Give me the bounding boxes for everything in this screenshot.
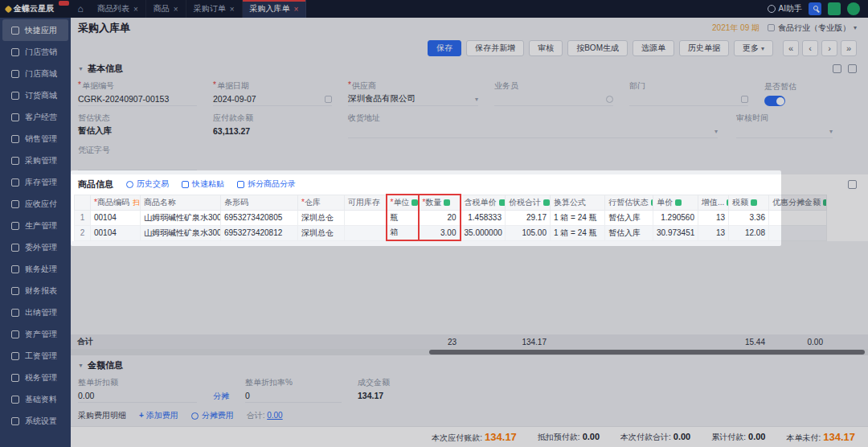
sidebar-item-库存管理[interactable]: 库存管理 — [2, 171, 68, 193]
column-header-含税单价[interactable]: 含税单价 — [461, 195, 506, 210]
column-header-税额[interactable]: 税额 — [729, 195, 769, 210]
tab-采购入库单[interactable]: 采购入库单× — [243, 0, 307, 18]
user-avatar[interactable] — [847, 2, 860, 15]
sidebar-item-账务处理[interactable]: 账务处理 — [2, 258, 68, 280]
close-icon[interactable]: × — [174, 5, 178, 14]
column-header-仓库[interactable]: *仓库 — [298, 195, 345, 210]
cell-含税单价[interactable]: 1.458333 — [461, 210, 506, 225]
generate-by-bom-button[interactable]: 按BOM生成 — [567, 40, 628, 56]
next-record-button[interactable]: › — [821, 40, 837, 56]
column-header-行暂估状态[interactable]: 行暂估状态 — [605, 195, 653, 210]
attachment-icon[interactable] — [833, 64, 841, 73]
salesman-input[interactable] — [494, 92, 613, 106]
scrollbar-thumb[interactable] — [429, 350, 865, 355]
close-icon[interactable]: × — [133, 5, 138, 14]
expand-icon[interactable] — [848, 180, 857, 189]
history-trade-link[interactable]: 历史交易 — [126, 178, 169, 190]
cell-单位[interactable]: 瓶 — [387, 210, 419, 225]
cell-条形码[interactable]: 6953273420805 — [221, 210, 298, 225]
prev-record-button[interactable]: ‹ — [802, 40, 818, 56]
sidebar-item-基础资料[interactable]: 基础资料 — [2, 388, 68, 410]
sidebar-item-出纳管理[interactable]: 出纳管理 — [2, 301, 68, 323]
column-config-icon[interactable] — [499, 199, 506, 206]
tab-采购订单[interactable]: 采购订单× — [186, 0, 243, 18]
cell-可用库存[interactable] — [345, 210, 387, 225]
history-bills-button[interactable]: 历史单据 — [679, 40, 729, 56]
cell-换算公式[interactable]: 1 箱 = 24 瓶 — [551, 225, 605, 240]
column-config-icon[interactable] — [411, 199, 418, 206]
discount-amount-input[interactable]: 0.00 — [78, 389, 197, 403]
column-header-换算公式[interactable]: 换算公式 — [551, 195, 605, 210]
cell-价税合计[interactable]: 105.00 — [506, 225, 551, 240]
sidebar-item-订货商城[interactable]: 订货商城 — [2, 84, 68, 106]
quick-paste-link[interactable]: 快速粘贴 — [182, 178, 224, 190]
cell-行暂估状态[interactable]: 暂估入库 — [605, 225, 653, 240]
bill-date-input[interactable]: 2024-09-07 — [213, 92, 332, 106]
edition-selector[interactable]: 食品行业（专业版） ▾ — [768, 23, 857, 34]
cell-税额[interactable]: 12.08 — [729, 225, 769, 240]
cell-仓库[interactable]: 深圳总仓 — [298, 210, 345, 225]
sidebar-item-门店商城[interactable]: 门店商城 — [2, 63, 68, 84]
home-button[interactable]: ⌂ — [71, 0, 90, 18]
barcode-scanner-badge[interactable]: 扫码枪 — [133, 199, 141, 207]
cell-商品名称[interactable]: 山姆弱碱性矿泉水300ml — [141, 210, 221, 225]
share-fee-link[interactable]: 分摊费用 — [191, 410, 234, 421]
accounting-period[interactable]: 2021年 09 期 — [712, 23, 760, 34]
ai-assistant-button[interactable]: AI助手 — [768, 3, 802, 14]
table-row[interactable]: 100104山姆弱碱性矿泉水300ml6953273420805深圳总仓瓶201… — [75, 210, 827, 225]
cell-单价[interactable]: 30.973451 — [653, 225, 698, 240]
sidebar-item-销售管理[interactable]: 销售管理 — [2, 128, 68, 150]
column-header-数量[interactable]: *数量 — [419, 195, 461, 210]
cell-税额[interactable]: 3.36 — [729, 210, 769, 225]
discount-rate-input[interactable]: 0 — [245, 389, 342, 403]
supplier-input[interactable]: 深圳食品有限公司▾ — [348, 92, 478, 106]
column-config-icon[interactable] — [444, 199, 450, 206]
bill-no-input[interactable]: CGRK-20240907-00153 — [78, 92, 197, 106]
column-header-条形码[interactable]: 条形码 — [221, 195, 298, 210]
tab-商品[interactable]: 商品× — [146, 0, 186, 18]
cell-优惠分摊金额[interactable] — [769, 225, 827, 240]
cell-可用库存[interactable] — [345, 225, 387, 240]
save-button[interactable]: 保存 — [428, 40, 461, 56]
cell-换算公式[interactable]: 1 箱 = 24 瓶 — [551, 210, 605, 225]
column-header-单位[interactable]: *单位 — [387, 195, 419, 210]
sidebar-item-门店营销[interactable]: 门店营销 — [2, 41, 68, 63]
app-logo[interactable]: 金蝶云星辰 — [0, 0, 71, 18]
column-config-icon[interactable] — [543, 199, 550, 206]
dept-input[interactable] — [629, 92, 748, 106]
cell-数量[interactable]: 3.00 — [419, 225, 461, 240]
column-config-icon[interactable] — [751, 199, 757, 206]
cell-增值...[interactable]: 13 — [698, 225, 729, 240]
close-icon[interactable]: × — [230, 5, 235, 14]
split-entries-link[interactable]: 拆分商品分录 — [237, 178, 296, 190]
sidebar-item-税务管理[interactable]: 税务管理 — [2, 367, 68, 388]
audit-button[interactable]: 审核 — [529, 40, 563, 56]
sidebar-item-采购管理[interactable]: 采购管理 — [2, 150, 68, 171]
cell-商品编码[interactable]: 00104 — [91, 210, 141, 225]
settings-icon[interactable] — [848, 64, 857, 73]
sidebar-item-财务报表[interactable]: 财务报表 — [2, 280, 68, 301]
add-fee-link[interactable]: + 添加费用 — [139, 410, 178, 421]
sidebar-item-工资管理[interactable]: 工资管理 — [2, 345, 68, 367]
select-source-bill-button[interactable]: 选源单 — [633, 40, 674, 56]
column-header-商品名称[interactable]: 商品名称 — [141, 195, 221, 210]
sidebar-item-应收应付[interactable]: 应收应付 — [2, 193, 68, 215]
cell-行暂估状态[interactable]: 暂估入库 — [605, 210, 653, 225]
estimate-toggle[interactable] — [764, 96, 785, 106]
sidebar-item-生产管理[interactable]: 生产管理 — [2, 215, 68, 236]
cell-优惠分摊金额[interactable] — [769, 210, 827, 225]
sidebar-item-委外管理[interactable]: 委外管理 — [2, 236, 68, 258]
cell-仓库[interactable]: 深圳总仓 — [298, 225, 345, 240]
search-button[interactable] — [809, 2, 821, 15]
close-icon[interactable]: × — [294, 5, 299, 14]
tab-商品列表[interactable]: 商品列表× — [90, 0, 146, 18]
cell-含税单价[interactable]: 35.000000 — [461, 225, 506, 240]
sidebar-item-系统设置[interactable]: 系统设置 — [2, 410, 68, 432]
table-row[interactable]: 200104山姆弱碱性矿泉水300ml6953273420812深圳总仓箱3.0… — [75, 225, 827, 240]
column-header-增值...[interactable]: 增值... — [698, 195, 729, 210]
column-config-icon[interactable] — [823, 199, 827, 206]
column-header-单价[interactable]: 单价 — [653, 195, 698, 210]
collapse-icon[interactable]: ▼ — [78, 363, 84, 368]
cell-条形码[interactable]: 6953273420812 — [221, 225, 298, 240]
horizontal-scrollbar[interactable] — [71, 349, 868, 355]
